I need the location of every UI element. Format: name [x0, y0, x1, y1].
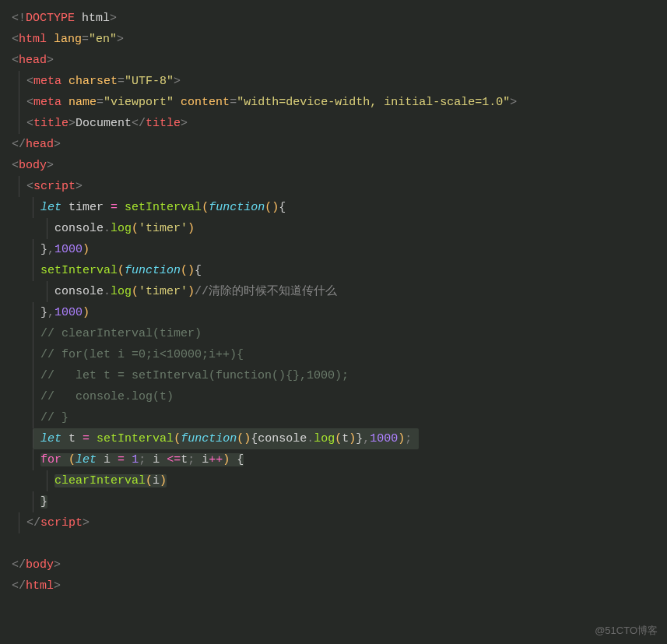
code-line: // }	[33, 407, 655, 428]
code-line: <body>	[12, 155, 655, 176]
code-line: // console.log(t)	[33, 386, 655, 407]
code-line: console.log('timer')//清除的时候不知道传什么	[47, 281, 655, 302]
code-line: <script>	[19, 176, 655, 197]
code-line-selected: let t = setInterval(function(){console.l…	[33, 428, 419, 449]
code-line-selected: }	[33, 491, 655, 512]
code-line: },1000)	[33, 302, 655, 323]
code-line: console.log('timer')	[47, 218, 655, 239]
code-line: <head>	[12, 50, 655, 71]
code-line	[12, 533, 655, 554]
code-line: },1000)	[33, 239, 655, 260]
code-line-selected: clearInterval(i)	[47, 470, 655, 491]
code-line: <meta charset="UTF-8">	[19, 71, 655, 92]
code-line: </body>	[12, 554, 655, 575]
code-line-selected: for (let i = 1; i <=t; i++) {	[33, 449, 655, 470]
code-line: setInterval(function(){	[33, 260, 655, 281]
code-editor[interactable]: <!DOCTYPE html> <html lang="en"> <head> …	[12, 8, 655, 596]
code-line: // clearInterval(timer)	[33, 323, 655, 344]
code-line: let timer = setInterval(function(){	[33, 197, 655, 218]
code-line: </script>	[19, 512, 655, 533]
code-line: </head>	[12, 134, 655, 155]
code-line: </html>	[12, 575, 655, 596]
code-line: <title>Document</title>	[19, 113, 655, 134]
code-line: <!DOCTYPE html>	[12, 8, 655, 29]
code-line: <html lang="en">	[12, 29, 655, 50]
code-line: // for(let i =0;i<10000;i++){	[33, 344, 655, 365]
code-line: <meta name="viewport" content="width=dev…	[19, 92, 655, 113]
code-line: // let t = setInterval(function(){},1000…	[33, 365, 655, 386]
watermark: @51CTO博客	[595, 621, 658, 639]
